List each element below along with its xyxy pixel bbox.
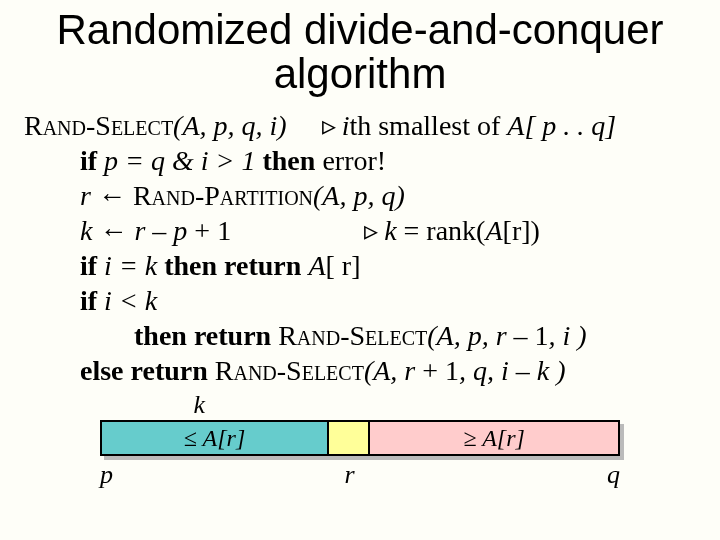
recurse-args-1a: (A, p, r – bbox=[427, 320, 534, 351]
fn-select-2: Rand-Select bbox=[215, 355, 364, 386]
paren-close: ) bbox=[277, 110, 286, 141]
kw-if: if bbox=[80, 145, 97, 176]
comment-idx-2: [r]) bbox=[503, 215, 540, 246]
recurse-args-2b: , q, i – k ) bbox=[459, 355, 566, 386]
recurse-args-2a: (A, r bbox=[364, 355, 422, 386]
error-text: error! bbox=[322, 145, 386, 176]
recurse-one: 1 bbox=[535, 320, 549, 351]
fn-select-1: Rand-Select bbox=[278, 320, 427, 351]
cond-1: p = q & i > 1 bbox=[97, 145, 262, 176]
line-if-lt: if i < k bbox=[24, 283, 704, 318]
line-then-recurse: then return Rand-Select(A, p, r – 1, i ) bbox=[24, 318, 704, 353]
comment-k: k bbox=[384, 215, 403, 246]
comment-idx: [ p . . q] bbox=[524, 110, 616, 141]
arrow-2: ← bbox=[99, 215, 134, 246]
segment-geq: ≥ A[r] bbox=[370, 422, 618, 454]
pseudocode-block: Rand-Select(A, p, q, i) ith smallest of … bbox=[0, 108, 720, 388]
var-k: k bbox=[80, 215, 99, 246]
comment-arr: A bbox=[507, 110, 524, 141]
args: (A, p, q, i) bbox=[173, 110, 287, 141]
line-k: k ← r – p + 1 k = rank(A[r]) bbox=[24, 213, 704, 248]
kw-if-3: if bbox=[80, 285, 97, 316]
p-label: p bbox=[100, 460, 113, 490]
comment-ith: ith smallest of A[ p . . q] bbox=[322, 110, 617, 141]
k-label: k bbox=[194, 390, 206, 420]
kw-then-return-2: then return bbox=[134, 320, 278, 351]
recurse-plus: + 1 bbox=[422, 355, 459, 386]
plus-one: + 1 bbox=[194, 215, 231, 246]
return-idx: [ r] bbox=[325, 250, 360, 281]
arrow-1: ← bbox=[98, 180, 133, 211]
line-else-recurse: else return Rand-Select(A, r + 1, q, i –… bbox=[24, 353, 704, 388]
title-line-2: algorithm bbox=[274, 50, 447, 97]
cond-2: i = k bbox=[97, 250, 164, 281]
partition-diagram: k ≤ A[r] ≥ A[r] p r q bbox=[100, 420, 620, 456]
line-if-eq: if i = k then return A[ r] bbox=[24, 248, 704, 283]
arg-list: A, p, q, i bbox=[182, 110, 277, 141]
comment-arr-2: A bbox=[485, 215, 502, 246]
segment-leq: ≤ A[r] bbox=[102, 422, 329, 454]
title-line-1: Randomized divide-and-conquer bbox=[56, 6, 663, 53]
kw-else-return: else return bbox=[80, 355, 215, 386]
expr-rp: r – p bbox=[134, 215, 194, 246]
fn-partition: Rand-Partition bbox=[133, 180, 313, 211]
array-bar: ≤ A[r] ≥ A[r] bbox=[100, 420, 620, 456]
signature-line: Rand-Select(A, p, q, i) ith smallest of … bbox=[24, 108, 704, 143]
recurse-args-1b: , i ) bbox=[549, 320, 587, 351]
comment-rank: k = rank(A[r]) bbox=[364, 215, 540, 246]
line-if-error: if p = q & i > 1 then error! bbox=[24, 143, 704, 178]
segment-pivot bbox=[329, 422, 370, 454]
cond-3: i < k bbox=[97, 285, 157, 316]
line-partition: r ← Rand-Partition(A, p, q) bbox=[24, 178, 704, 213]
kw-then: then bbox=[262, 145, 322, 176]
q-label: q bbox=[607, 460, 620, 490]
kw-then-return: then return bbox=[164, 250, 308, 281]
r-label: r bbox=[344, 460, 354, 490]
partition-args: (A, p, q) bbox=[313, 180, 405, 211]
slide-title: Randomized divide-and-conquer algorithm bbox=[0, 0, 720, 108]
fn-name: Rand-Select bbox=[24, 110, 173, 141]
comment-text: th smallest of bbox=[349, 110, 507, 141]
var-r: r bbox=[80, 180, 98, 211]
kw-if-2: if bbox=[80, 250, 97, 281]
return-arr: A bbox=[308, 250, 325, 281]
comment-eq: = rank( bbox=[404, 215, 486, 246]
